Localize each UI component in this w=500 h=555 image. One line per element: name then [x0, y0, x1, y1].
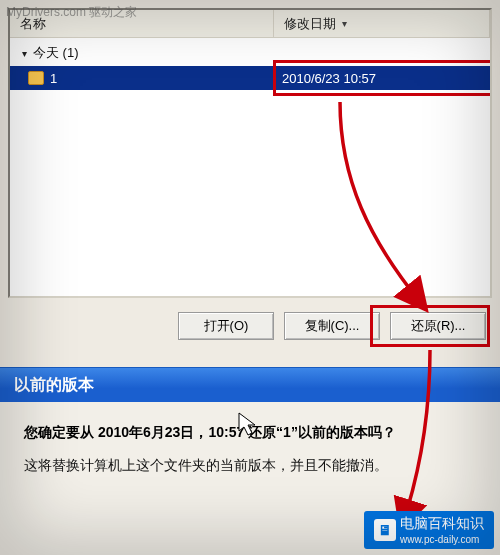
chevron-down-icon: ▾ — [22, 48, 27, 59]
version-item-row[interactable]: 1 2010/6/23 10:57 — [10, 66, 490, 90]
sort-caret-icon: ▾ — [342, 18, 347, 29]
col-date-label: 修改日期 — [284, 15, 336, 33]
copy-button[interactable]: 复制(C)... — [284, 312, 380, 340]
open-button[interactable]: 打开(O) — [178, 312, 274, 340]
versions-list: 名称 修改日期 ▾ ▾ 今天 (1) 1 2010/6/23 10:57 — [8, 8, 492, 298]
item-date: 2010/6/23 10:57 — [274, 71, 490, 86]
dialog-title: 以前的版本 — [0, 368, 500, 402]
folder-icon — [28, 71, 44, 85]
dialog-message-sub: 这将替换计算机上这个文件夹的当前版本，并且不能撤消。 — [24, 457, 476, 475]
panel-buttons: 打开(O) 复制(C)... 还原(R)... — [8, 298, 492, 340]
group-today[interactable]: ▾ 今天 (1) — [10, 38, 490, 66]
dialog-body: 您确定要从 2010年6月23日，10:57 还原“1”以前的版本吗？ 这将替换… — [0, 402, 500, 481]
item-name: 1 — [50, 71, 57, 86]
column-header-date[interactable]: 修改日期 ▾ — [274, 10, 490, 37]
previous-versions-panel: 名称 修改日期 ▾ ▾ 今天 (1) 1 2010/6/23 10:57 打开(… — [0, 0, 500, 367]
dialog-message-main: 您确定要从 2010年6月23日，10:57 还原“1”以前的版本吗？ — [24, 422, 476, 443]
watermark-logo-label: 电脑百科知识 — [400, 515, 484, 533]
monitor-icon: 🖥 — [374, 519, 396, 541]
column-header-name[interactable]: 名称 — [10, 10, 274, 37]
watermark-logo-url: www.pc-daily.com — [400, 535, 484, 545]
list-header: 名称 修改日期 ▾ — [10, 10, 490, 38]
watermark-logo: 🖥 电脑百科知识 www.pc-daily.com — [364, 511, 494, 549]
group-label: 今天 (1) — [33, 44, 79, 62]
col-name-label: 名称 — [20, 15, 46, 33]
restore-button[interactable]: 还原(R)... — [390, 312, 486, 340]
